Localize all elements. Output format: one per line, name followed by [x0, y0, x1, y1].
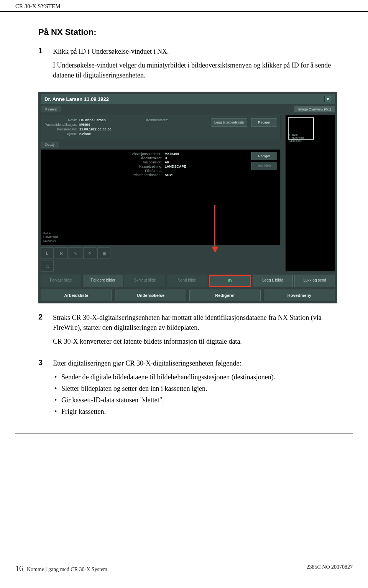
label-pid: Pasientidentifikasjon:: [44, 123, 79, 127]
section-title: På NX Station:: [38, 27, 337, 37]
corner-l1: Pelvis: [43, 232, 59, 236]
legg-til-arbeidsliste-button[interactable]: Legg til arbeidsliste: [211, 118, 247, 127]
step-3-bullets: Sender de digitale bildedataene til bild…: [53, 372, 337, 417]
page-footer: 16 Komme i gang med CR 30-X System 2385C…: [0, 564, 368, 581]
content-area: På NX Station: 1 Klikk på ID i Undersøke…: [0, 12, 368, 433]
send-bilde-button[interactable]: Send bilde: [167, 275, 207, 287]
step-number: 3: [38, 358, 53, 418]
image-overview-badge: Image Overview (0/1): [294, 106, 335, 112]
value-kassett: LANDSCAPE: [164, 165, 186, 168]
window-title: Dr. Anne Larsen 11.09.1922: [44, 96, 109, 102]
label-fdato: Fødselsdato:: [44, 127, 79, 131]
red-arrow-annotation: [212, 205, 219, 253]
step-1: 1 Klikk på ID i Undersøkelse-vinduet i N…: [38, 46, 337, 84]
page-header-text: CR 30-X SYSTEM: [15, 3, 61, 9]
past-bilde-button[interactable]: Past bilde: [251, 162, 277, 170]
page-header: CR 30-X SYSTEM: [0, 0, 368, 12]
step-1-line-2: I Undersøkelse-vinduet velger du miniaty…: [53, 60, 337, 80]
bullet-1: Sender de digitale bildedataene til bild…: [53, 372, 337, 382]
thumbnail[interactable]: Pelvis Pelvisreme M375469: [288, 117, 314, 140]
rediger-button-2[interactable]: Rediger: [251, 152, 277, 160]
dropdown-icon[interactable]: ▾: [324, 96, 331, 102]
step-2-line-1: Straks CR 30-X-digitaliseringsenheten ha…: [53, 313, 337, 333]
bullet-2: Sletter bildeplaten og setter den inn i …: [53, 384, 337, 394]
label-navn: Navn:: [44, 118, 79, 122]
tool-flip-h-icon[interactable]: ⤡: [69, 247, 82, 259]
skriv-ut-bilde-button[interactable]: Skriv ut bilde: [125, 275, 165, 287]
page-number: 16: [15, 564, 23, 573]
lukk-og-send-button[interactable]: Lukk og send: [294, 275, 335, 287]
tab-pasient[interactable]: Pasient: [41, 106, 61, 112]
value-fdato: 11.09.1922 00:00:00: [79, 127, 112, 131]
step-3: 3 Etter digitaliseringen gjør CR 30-X-di…: [38, 358, 337, 418]
hovedmeny-nav[interactable]: Hovedmeny: [264, 290, 335, 301]
tool-row: L R ⤡ ↻ ▦: [41, 247, 281, 259]
value-pid: M6464: [79, 123, 90, 127]
step-body: Straks CR 30-X-digitaliseringsenheten ha…: [53, 313, 337, 350]
value-bildelat: U: [164, 156, 167, 160]
label-kassett: Kassettretning:: [122, 165, 164, 168]
label-printer: Printer destination :: [122, 173, 164, 177]
label-vispos: Vis posisjon:: [122, 160, 164, 164]
bullet-3: Gir kassett-ID-data statusen "slettet".: [53, 395, 337, 405]
tool-r[interactable]: R: [55, 247, 68, 259]
step-1-line-1: Klikk på ID i Undersøkelse-vinduet i NX.: [53, 46, 337, 56]
forkast-bilde-button[interactable]: Forkast bilde: [41, 275, 81, 287]
tool-l[interactable]: L: [41, 247, 54, 259]
value-kjonn: Kvinne: [79, 132, 91, 136]
window-title-bar: Dr. Anne Larsen 11.09.1922 ▾: [41, 94, 335, 104]
label-kjonn: Kjønn:: [44, 132, 79, 136]
value-printer: ADVT: [164, 173, 174, 177]
tool-rotate-icon[interactable]: ↻: [83, 247, 96, 259]
label-aksesjon: Aksesjonsnummer :: [122, 152, 164, 156]
nav-button-row: Arbeidsliste Undersøkelse Redigerer Hove…: [41, 290, 335, 301]
value-aksesjon: M375469: [164, 152, 179, 156]
thumb-l3: M375469: [289, 140, 313, 143]
bullet-4: Frigir kassetten.: [53, 407, 337, 417]
footer-docid: 2385C NO 20070827: [306, 564, 353, 573]
patient-panel: Navn:Dr. Anne Larsen Pasientidentifikasj…: [41, 115, 281, 140]
label-kommentar: Kommentarer:: [143, 118, 170, 122]
nx-station-screenshot: Dr. Anne Larsen 11.09.1922 ▾ Pasient Ima…: [38, 92, 337, 303]
step-3-intro: Etter digitaliseringen gjør CR 30-X-digi…: [53, 358, 337, 368]
step-number: 1: [38, 46, 53, 84]
step-2: 2 Straks CR 30-X-digitaliseringsenheten …: [38, 313, 337, 350]
detail-corner-info: Pelvis Pelvisreme M375469: [43, 232, 59, 243]
corner-l3: M375469: [43, 239, 59, 243]
id-button[interactable]: ID: [209, 275, 251, 287]
tool-grid-icon[interactable]: ▦: [97, 247, 110, 259]
detail-panel: Aksesjonsnummer :M375469 Bildelateralite…: [41, 149, 281, 245]
rediger-button-1[interactable]: Rediger: [251, 118, 277, 127]
tidligere-bilder-button[interactable]: Tidligere bilder: [83, 275, 123, 287]
legg-t-bilde-button[interactable]: Legg t. bilde: [253, 275, 293, 287]
thumbnail-column: Pelvis Pelvisreme M375469: [285, 115, 335, 272]
step-body: Klikk på ID i Undersøkelse-vinduet i NX.…: [53, 46, 337, 84]
undersokelse-nav[interactable]: Undersøkelse: [115, 290, 186, 301]
step-2-line-2: CR 30-X konverterer det latente bildets …: [53, 336, 337, 346]
label-bildelat: Bildelateralitet:: [122, 156, 164, 160]
corner-l2: Pelvisreme: [43, 235, 59, 239]
footer-title: Komme i gang med CR 30-X System: [27, 567, 107, 573]
value-navn: Dr. Anne Larsen: [79, 118, 106, 122]
step-number: 2: [38, 313, 53, 350]
arbeidsliste-nav[interactable]: Arbeidsliste: [41, 290, 112, 301]
bottom-button-row: Forkast bilde Tidligere bilder Skriv ut …: [41, 275, 335, 287]
tab-detalj[interactable]: Detalj: [41, 142, 59, 148]
label-filmf: Filmformat:: [122, 169, 164, 173]
tool-crop-icon[interactable]: ▢: [41, 260, 54, 272]
value-vispos: AP: [164, 160, 169, 164]
redigerer-nav[interactable]: Redigerer: [189, 290, 261, 301]
step-body: Etter digitaliseringen gjør CR 30-X-digi…: [53, 358, 337, 418]
